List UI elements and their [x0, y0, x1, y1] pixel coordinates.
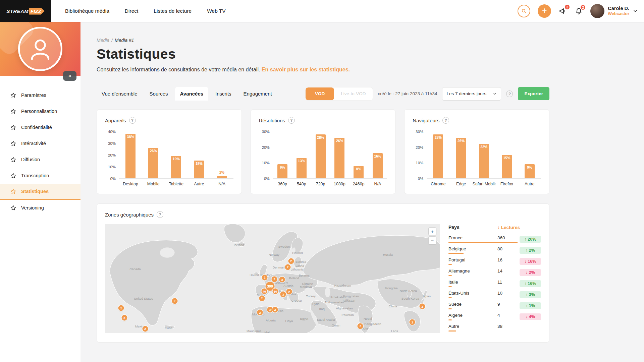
help-icon[interactable]: ?	[288, 117, 295, 124]
bar-value: 38%	[127, 135, 134, 139]
bar-safari-mobile[interactable]: 22%	[479, 144, 489, 178]
zoom-in-button[interactable]: +	[428, 227, 436, 235]
x-label: Mobile	[142, 182, 165, 186]
bar-autre[interactable]: 15%	[194, 161, 204, 178]
user-menu[interactable]: Carole D. Webcastor	[590, 4, 638, 18]
bar-360p[interactable]: 9%	[277, 164, 287, 178]
media-thumbnail[interactable]	[0, 22, 80, 76]
nav-item-listes-de-lecture[interactable]: Listes de lecture	[154, 8, 192, 14]
views-bar	[448, 286, 452, 287]
breadcrumb-media[interactable]: Media	[97, 38, 109, 43]
bar-2460p[interactable]: 8%	[354, 166, 364, 178]
map-marker[interactable]: 2	[262, 275, 268, 280]
geo-col-lectures[interactable]: ↓ Lectures	[497, 225, 541, 230]
search-button[interactable]	[518, 5, 530, 17]
sidebar-item-diffusion[interactable]: Diffusion	[0, 152, 80, 168]
map-marker[interactable]: 3	[280, 292, 286, 297]
bar-autre[interactable]: 9%	[525, 164, 535, 178]
bar-desktop[interactable]: 38%	[125, 134, 136, 178]
help-icon[interactable]: ?	[506, 90, 513, 97]
sidebar-item-versioning[interactable]: Versioning	[0, 200, 80, 216]
geo-col-pays[interactable]: Pays	[448, 225, 497, 230]
nav-item-bibliotheque-media[interactable]: Bibliothèque média	[65, 8, 109, 14]
tab-engagement[interactable]: Engagement	[238, 87, 277, 101]
created-date-label: créé le : 27 juin 2023 à 11h34	[378, 91, 437, 96]
map-marker[interactable]: 2	[259, 295, 265, 301]
tab-vue-d-ensemble[interactable]: Vue d'ensemble	[97, 87, 143, 101]
map-marker[interactable]: 3	[279, 277, 285, 283]
bar-1080p[interactable]: 26%	[334, 138, 344, 178]
nav-item-web-tv[interactable]: Web TV	[207, 8, 225, 14]
country-name: Portugal	[448, 257, 497, 262]
map-marker[interactable]: 3	[121, 315, 127, 321]
learn-more-link[interactable]: En savoir plus sur les statistiques.	[262, 67, 350, 72]
vod-option[interactable]: VOD	[306, 87, 334, 100]
map-marker[interactable]: 3	[358, 323, 363, 329]
x-label: N/A	[368, 182, 387, 186]
map-marker[interactable]: 2	[288, 258, 294, 264]
map-marker[interactable]: 2	[272, 307, 278, 312]
nav-item-direct[interactable]: Direct	[125, 8, 138, 14]
help-icon[interactable]: ?	[157, 211, 163, 218]
add-media-button[interactable]: +	[538, 4, 551, 18]
country-name: Algérie	[448, 313, 497, 318]
map-marker[interactable]: 2	[420, 304, 425, 309]
bar-chrome[interactable]: 28%	[433, 134, 443, 178]
change-badge-down: ↓ 2%	[520, 269, 541, 276]
bar-value: 8%	[356, 167, 361, 171]
resolutions-chart-card: Résolutions ? 30%20%10%0% 9%13%28%26%8%1…	[251, 109, 396, 194]
notifications-button[interactable]: 2	[575, 7, 583, 15]
help-icon[interactable]: ?	[129, 117, 136, 124]
bar-firefox[interactable]: 15%	[502, 155, 512, 178]
bar-n-a[interactable]: 2%	[217, 176, 227, 178]
map-marker[interactable]: 2	[271, 276, 277, 282]
tab-avancees[interactable]: Avancées	[175, 87, 209, 101]
bar-n-a[interactable]: 16%	[373, 153, 383, 178]
x-label: Safari Mobile	[473, 182, 495, 186]
map-marker[interactable]: 2	[172, 298, 177, 304]
sidebar-item-interactivite[interactable]: Intéractivité	[0, 135, 80, 152]
bar-tablette[interactable]: 19%	[171, 156, 181, 178]
map-marker[interactable]: 2	[257, 310, 263, 315]
tab-sources[interactable]: Sources	[145, 87, 173, 101]
map-marker[interactable]: 40	[262, 289, 267, 294]
sidebar-item-confidentialite[interactable]: Confidentialité	[0, 119, 80, 135]
map-marker[interactable]: 2	[142, 326, 148, 331]
zoom-out-button[interactable]: −	[428, 236, 436, 244]
world-map[interactable]: CanadaUnited StatesMexicoCubaIcelandNorw…	[105, 224, 440, 333]
sidebar-collapse-button[interactable]: «	[63, 71, 76, 81]
bar-edge[interactable]: 26%	[456, 138, 466, 178]
bar-540p[interactable]: 13%	[297, 158, 307, 178]
country-name: Allemagne	[448, 268, 497, 274]
brand-logo[interactable]: STREAMFIZZ	[0, 0, 51, 22]
bar-mobile[interactable]: 26%	[148, 148, 158, 178]
star-icon	[10, 124, 16, 131]
map-marker[interactable]: 60	[272, 289, 278, 294]
star-icon	[10, 157, 16, 163]
help-icon[interactable]: ?	[442, 117, 449, 124]
chart-title: Résolutions	[259, 118, 285, 123]
geo-row-portugal: Portugal16↓ 16%	[448, 257, 541, 265]
change-badge-up: ↑ 3%	[520, 291, 541, 298]
star-icon	[10, 188, 16, 195]
bar-value: 26%	[150, 149, 157, 153]
sidebar-item-statistiques[interactable]: Statistiques	[0, 184, 80, 200]
map-marker[interactable]: 2	[118, 305, 124, 311]
country-name: Belgique	[448, 246, 497, 251]
map-marker[interactable]: 2	[286, 289, 292, 295]
bar-720p[interactable]: 28%	[316, 134, 326, 178]
map-marker[interactable]: 2	[285, 264, 290, 270]
export-button[interactable]: Exporter	[518, 87, 549, 100]
sidebar-item-parametres[interactable]: Paramètres	[0, 87, 80, 103]
sidebar-item-personnalisation[interactable]: Personnalisation	[0, 103, 80, 119]
announcements-button[interactable]: 2	[558, 7, 567, 15]
map-marker[interactable]: 2	[410, 319, 415, 325]
period-select[interactable]: Les 7 derniers jours	[442, 87, 501, 101]
live-to-vod-option[interactable]: Live-to-VOD	[334, 91, 372, 96]
tab-inscrits[interactable]: Inscrits	[210, 87, 236, 101]
bar-value: 15%	[503, 156, 510, 160]
views-bar	[448, 330, 456, 331]
country-name: Autre	[448, 324, 497, 329]
sidebar-item-transcription[interactable]: Transcription	[0, 168, 80, 184]
devices-chart-card: Appareils ? 40%30%20%10%0% 38%26%19%15%2…	[97, 109, 242, 194]
